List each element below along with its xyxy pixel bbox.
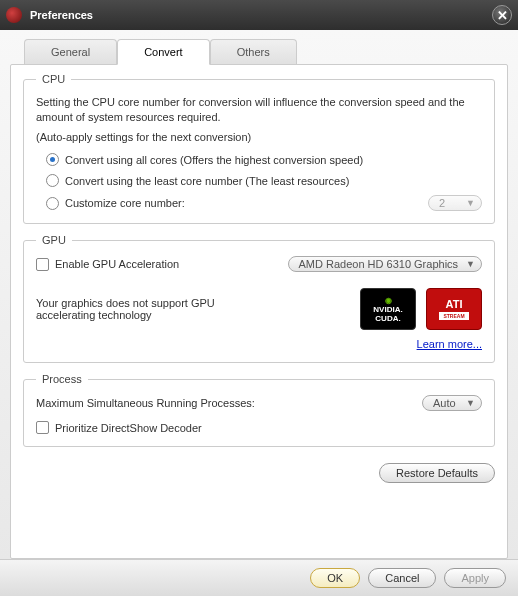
badge-text: CUDA. [375,314,400,323]
apply-button[interactable]: Apply [444,568,506,588]
cpu-autoapply-note: (Auto-apply settings for the next conver… [36,130,482,145]
close-icon: ✕ [497,8,508,23]
chevron-down-icon: ▼ [466,398,475,408]
process-group: Process Maximum Simultaneous Running Pro… [23,373,495,447]
dialog-footer: OK Cancel Apply [0,559,518,596]
radio-icon [46,153,59,166]
enable-gpu-label: Enable GPU Acceleration [55,258,179,270]
titlebar: Preferences ✕ [0,0,518,30]
tab-others[interactable]: Others [210,39,297,65]
process-legend: Process [36,373,88,385]
combo-value: 2 [439,197,445,209]
cpu-option-all-cores[interactable]: Convert using all cores (Offers the high… [46,153,482,166]
max-processes-label: Maximum Simultaneous Running Processes: [36,397,255,409]
preferences-window: Preferences ✕ General Convert Others CPU… [0,0,518,596]
combo-value: AMD Radeon HD 6310 Graphics [299,258,459,270]
cpu-option-least-cores[interactable]: Convert using the least core number (The… [46,174,482,187]
gpu-legend: GPU [36,234,72,246]
tab-general[interactable]: General [24,39,117,65]
badge-text: ATI [446,298,463,310]
content-area: General Convert Others CPU Setting the C… [0,30,518,559]
gpu-device-select[interactable]: AMD Radeon HD 6310 Graphics ▼ [288,256,483,272]
combo-value: Auto [433,397,456,409]
radio-label: Convert using all cores (Offers the high… [65,154,363,166]
cancel-button[interactable]: Cancel [368,568,436,588]
learn-more-link[interactable]: Learn more... [417,338,482,350]
cpu-group: CPU Setting the CPU core number for conv… [23,73,495,224]
window-title: Preferences [30,9,93,21]
restore-defaults-button[interactable]: Restore Defaults [379,463,495,483]
enable-gpu-checkbox[interactable] [36,258,49,271]
cpu-option-customize[interactable]: Customize core number: [46,197,185,210]
cpu-description: Setting the CPU core number for conversi… [36,95,482,126]
gpu-support-text: Your graphics does not support GPU accel… [36,297,236,321]
nvidia-eye-icon: ◉ [385,296,392,305]
close-button[interactable]: ✕ [492,5,512,25]
ati-stream-badge: ATI STREAM [426,288,482,330]
radio-label: Customize core number: [65,197,185,209]
radio-label: Convert using the least core number (The… [65,175,349,187]
gpu-badges: ◉ NVIDIA. CUDA. ATI STREAM [360,288,482,330]
badge-text: NVIDIA. [373,305,402,314]
app-icon [6,7,22,23]
tab-convert[interactable]: Convert [117,39,210,65]
convert-panel: CPU Setting the CPU core number for conv… [10,64,508,559]
chevron-down-icon: ▼ [466,259,475,269]
ok-button[interactable]: OK [310,568,360,588]
radio-icon [46,174,59,187]
prioritize-decoder-label: Prioritize DirectShow Decoder [55,422,202,434]
tab-bar: General Convert Others [10,38,508,64]
radio-icon [46,197,59,210]
badge-subtext: STREAM [439,312,468,320]
nvidia-cuda-badge: ◉ NVIDIA. CUDA. [360,288,416,330]
max-processes-select[interactable]: Auto ▼ [422,395,482,411]
gpu-group: GPU Enable GPU Acceleration AMD Radeon H… [23,234,495,363]
cpu-legend: CPU [36,73,71,85]
cpu-core-number-select[interactable]: 2 ▼ [428,195,482,211]
chevron-down-icon: ▼ [466,198,475,208]
prioritize-decoder-checkbox[interactable] [36,421,49,434]
